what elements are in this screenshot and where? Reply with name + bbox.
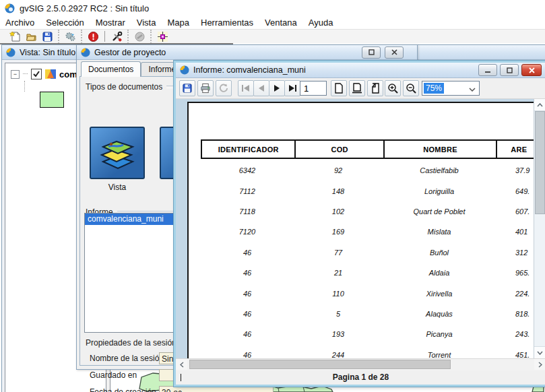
tools-icon[interactable] (110, 30, 123, 43)
vertical-scrollbar[interactable] (534, 99, 545, 358)
menu-item[interactable]: Herramientas (201, 18, 253, 28)
fit-width-button[interactable] (349, 80, 365, 96)
new-document-icon[interactable] (8, 30, 22, 43)
property-label: Guardado en (90, 370, 159, 380)
scroll-down-icon[interactable] (534, 346, 545, 358)
menu-item[interactable]: Mapa (167, 18, 189, 28)
scroll-up-icon[interactable] (534, 99, 545, 111)
tab-documentos[interactable]: Documentos (81, 61, 141, 77)
fit-width-icon (352, 83, 362, 94)
close-button[interactable] (521, 64, 542, 76)
cell-identificador: 46 (201, 310, 294, 318)
report-toolbar: 75% (176, 78, 545, 99)
next-page-button[interactable] (269, 80, 285, 96)
previous-page-icon (257, 84, 266, 92)
print-icon (200, 83, 211, 94)
first-page-icon (241, 84, 251, 92)
chevron-down-icon (469, 82, 476, 94)
cell-cod: 244 (294, 351, 383, 358)
doc-type-vista[interactable]: Vista (90, 127, 145, 192)
cell-nombre: Torrent (383, 351, 496, 358)
main-window-titlebar: gvSIG 2.5.0.2927 RC2 : Sin título (0, 0, 545, 16)
table-row: 46 77 Buñol 312 (201, 242, 545, 263)
maximize-button[interactable] (500, 64, 519, 76)
report-viewport[interactable]: IDENTIFICADORCODNOMBREARE 6342 92 Castie… (176, 99, 545, 358)
cell-identificador: 7120 (201, 228, 294, 236)
cell-cod: 148 (294, 187, 383, 195)
project-manager-titlebar[interactable]: Gestor de proyecto (77, 45, 417, 60)
zoom-in-icon (387, 83, 399, 94)
cell-cod: 110 (294, 290, 383, 298)
scroll-left-icon[interactable] (176, 359, 187, 370)
save-icon (182, 83, 193, 94)
table-row: 7118 102 Quart de Poblet 607. (201, 201, 545, 222)
report-window: Informe: comvalenciana_muni (174, 61, 545, 387)
vertical-scrollbar-thumb[interactable] (535, 111, 545, 214)
table-header-row: IDENTIFICADORCODNOMBREARE (201, 139, 545, 159)
fit-page-button[interactable] (331, 80, 347, 96)
error-log-icon[interactable] (86, 30, 100, 43)
zoom-out-button[interactable] (403, 80, 419, 96)
refresh-button[interactable] (216, 80, 232, 96)
table-row: 46 21 Aldaia 965. (201, 263, 545, 283)
maximize-button[interactable] (362, 46, 381, 59)
gvsig-logo-icon (5, 3, 15, 13)
legend-color-swatch (40, 92, 64, 108)
text-caret (181, 374, 181, 381)
open-project-icon[interactable] (24, 30, 38, 43)
property-value-field[interactable]: 30-oc (159, 386, 274, 392)
table-header-cell: IDENTIFICADOR (202, 141, 294, 158)
report-window-titlebar[interactable]: Informe: comvalenciana_muni (176, 63, 545, 78)
scroll-right-icon[interactable] (534, 359, 545, 370)
menu-bar: ArchivoSelecciónMostrarVistaMapaHerramie… (0, 16, 545, 29)
menu-item[interactable]: Vista (137, 18, 156, 28)
layer-icon (45, 69, 56, 79)
main-toolbar (0, 29, 545, 43)
close-button[interactable] (385, 46, 404, 59)
cell-cod: 92 (294, 166, 383, 174)
actual-size-button[interactable] (367, 80, 383, 96)
table-row: 46 193 Picanya 243. (201, 324, 545, 344)
cell-identificador: 46 (201, 249, 294, 257)
save-icon[interactable] (40, 30, 54, 43)
page-number-input[interactable] (300, 81, 327, 96)
layer-visibility-checkbox[interactable] (31, 69, 42, 79)
menu-item[interactable]: Ayuda (309, 18, 333, 28)
doc-type-label: Vista (108, 183, 126, 192)
previous-page-button[interactable] (253, 80, 269, 96)
group-label-propiedades: Propiedades de la sesión (86, 338, 177, 348)
report-table: IDENTIFICADORCODNOMBREARE 6342 92 Castie… (201, 139, 545, 358)
horizontal-scrollbar-thumb[interactable] (189, 360, 451, 369)
gvsig-logo-icon (180, 65, 189, 75)
document-tabs: Documentos Informes (81, 63, 187, 77)
report-status-bar: Pagina 1 de 28 (176, 370, 545, 383)
first-page-button[interactable] (238, 80, 254, 96)
center-view-icon[interactable] (156, 30, 169, 43)
menu-item[interactable]: Mostrar (96, 18, 125, 28)
cell-cod: 21 (294, 269, 383, 277)
cell-nombre: Xirivella (383, 290, 496, 298)
menu-item[interactable]: Archivo (5, 18, 34, 28)
minimize-button[interactable] (478, 64, 497, 76)
zoom-out-icon (406, 83, 417, 94)
menu-item[interactable]: Selección (46, 18, 84, 28)
zoom-level-select[interactable]: 75% (422, 81, 480, 96)
cell-nombre: Mislata (383, 228, 496, 236)
report-page: IDENTIFICADORCODNOMBREARE 6342 92 Castie… (187, 102, 545, 358)
zoom-in-button[interactable] (385, 80, 401, 96)
tree-collapse-icon[interactable]: − (11, 70, 20, 79)
last-page-button[interactable] (284, 80, 300, 96)
property-label: Nombre de la sesión (90, 354, 159, 363)
vista-document-icon[interactable] (90, 127, 145, 179)
print-button[interactable] (197, 80, 214, 96)
menu-item[interactable]: Ventana (265, 18, 297, 28)
geoprocess-gears-icon[interactable] (63, 30, 77, 43)
cell-nombre: Alaquàs (383, 310, 496, 318)
project-manager-title: Gestor de proyecto (94, 48, 358, 57)
table-row: 46 5 Alaquàs 818. (201, 304, 545, 324)
horizontal-scrollbar[interactable] (176, 358, 545, 370)
save-report-button[interactable] (179, 80, 195, 96)
table-row: 7112 148 Loriguilla 649. (201, 181, 545, 201)
zoom-level-value: 75% (424, 83, 444, 94)
session-property-row: Fecha de creación 30-oc (90, 386, 408, 392)
